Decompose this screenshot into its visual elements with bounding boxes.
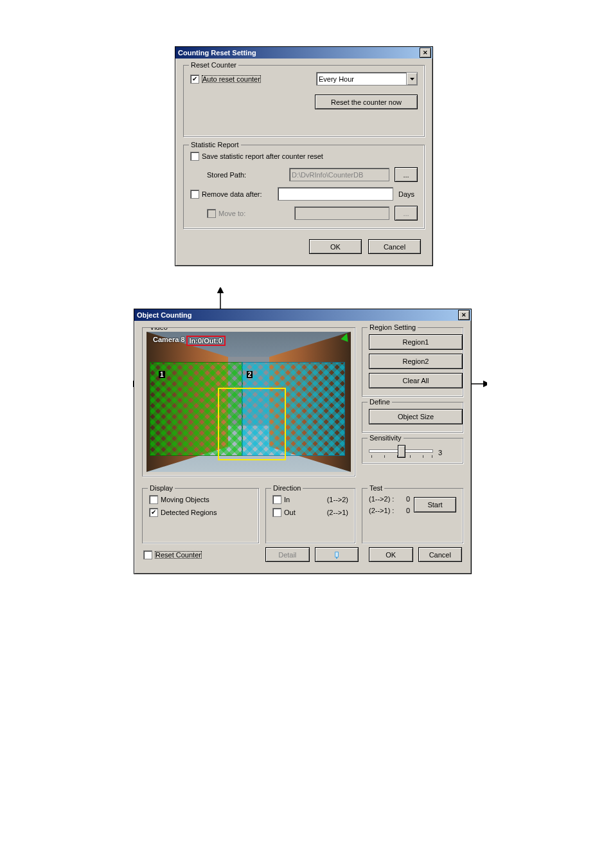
- direction-in-checkbox[interactable]: In: [272, 495, 290, 504]
- move-to-field: [294, 206, 389, 220]
- test-row1-value: 0: [406, 495, 410, 503]
- video-preview[interactable]: 1 2 Camera 8 In:0/Out:0: [147, 332, 351, 472]
- auto-reset-counter-label: Auto reset counter: [202, 75, 261, 83]
- region1-button[interactable]: Region1: [369, 334, 463, 350]
- checkbox-icon: [207, 209, 216, 218]
- titlebar[interactable]: Counting Reset Setting ✕: [175, 47, 432, 59]
- reset-interval-select[interactable]: Every Hour: [316, 72, 418, 86]
- close-icon[interactable]: ✕: [458, 310, 470, 320]
- stored-path-field: D:\DvRInfo\CounterDB: [289, 168, 389, 181]
- detected-regions-checkbox[interactable]: ✔ Detected Regions: [149, 508, 252, 517]
- region1-marker: 1: [159, 371, 165, 378]
- direction-out-arrow-label: (2-->1): [327, 509, 348, 516]
- group-legend: Sensitivity: [368, 434, 404, 442]
- dialog-title: Counting Reset Setting: [177, 49, 420, 57]
- group-legend: Statistic Report: [189, 141, 241, 149]
- dialog-title: Object Counting: [136, 311, 458, 319]
- checkbox-icon: [149, 495, 158, 504]
- move-to-label: Move to:: [218, 210, 245, 217]
- clear-all-button[interactable]: Clear All: [369, 373, 463, 388]
- save-report-label: Save statistic report after counter rese…: [202, 152, 323, 160]
- svg-marker-0: [410, 78, 414, 80]
- days-label: Days: [398, 190, 418, 198]
- moving-objects-label: Moving Objects: [161, 496, 209, 503]
- reset-counter-checkbox[interactable]: Reset Counter: [143, 550, 246, 559]
- group-legend: Video: [148, 327, 170, 331]
- reset-counter-label: Reset Counter: [155, 551, 202, 559]
- reset-counter-group: Reset Counter ✔ Auto reset counter Every…: [183, 65, 425, 137]
- reset-counter-now-button[interactable]: Reset the counter now: [315, 95, 418, 109]
- cancel-button[interactable]: Cancel: [418, 547, 463, 562]
- remove-data-label: Remove data after:: [202, 190, 262, 198]
- checkbox-icon: ✔: [190, 75, 199, 84]
- start-button[interactable]: Start: [414, 497, 456, 512]
- checkbox-icon: ✔: [149, 508, 158, 517]
- moving-objects-checkbox[interactable]: Moving Objects: [149, 495, 252, 504]
- group-legend: Region Setting: [368, 323, 418, 331]
- object-counting-dialog: Object Counting ✕ Video 1 2: [134, 309, 472, 574]
- region2-button[interactable]: Region2: [369, 354, 463, 369]
- auto-reset-counter-checkbox[interactable]: ✔ Auto reset counter: [190, 75, 261, 84]
- ok-button[interactable]: OK: [369, 547, 413, 562]
- camera-name-label: Camera 8: [152, 336, 186, 346]
- reset-interval-value: Every Hour: [317, 75, 406, 83]
- checkbox-icon: [190, 152, 199, 161]
- remove-data-days-field[interactable]: [278, 187, 393, 201]
- checkbox-icon: [190, 190, 199, 199]
- video-group: Video 1 2 Camera 8 In:0/Out:0: [142, 327, 355, 476]
- sensitivity-value: 3: [438, 449, 442, 457]
- checkbox-icon: [143, 550, 152, 559]
- save-report-checkbox[interactable]: Save statistic report after counter rese…: [190, 152, 418, 161]
- checkbox-icon: [272, 508, 281, 517]
- move-to-checkbox: Move to:: [190, 209, 289, 218]
- group-legend: Display: [148, 484, 175, 492]
- counting-reset-setting-dialog: Counting Reset Setting ✕ Reset Counter ✔…: [175, 46, 433, 266]
- direction-out-checkbox[interactable]: Out: [272, 508, 296, 517]
- direction-in-label: In: [284, 496, 290, 503]
- checkbox-icon: [272, 495, 281, 504]
- group-legend: Reset Counter: [189, 61, 238, 69]
- titlebar[interactable]: Object Counting ✕: [134, 309, 471, 321]
- stored-path-label: Stored Path:: [190, 171, 284, 179]
- test-row1-label: (1-->2) :: [369, 495, 394, 503]
- info-icon: [333, 550, 341, 559]
- region-setting-group: Region Setting Region1 Region2 Clear All: [362, 327, 463, 397]
- cancel-button[interactable]: Cancel: [368, 239, 421, 254]
- detected-regions-label: Detected Regions: [161, 509, 217, 516]
- group-legend: Define: [368, 398, 392, 406]
- direction-in-arrow-label: (1-->2): [327, 496, 348, 503]
- close-icon[interactable]: ✕: [420, 48, 431, 58]
- direction-group: Direction In (1-->2) Out (2-->1): [265, 488, 355, 543]
- svg-rect-5: [335, 552, 338, 557]
- chevron-down-icon: [406, 73, 417, 85]
- remove-data-checkbox[interactable]: Remove data after:: [190, 190, 272, 199]
- test-group: Test (1-->2) : 0 (2-->1) : 0 Start: [362, 488, 463, 543]
- define-group: Define Object Size: [362, 402, 463, 433]
- test-row2-value: 0: [406, 507, 410, 514]
- group-legend: Test: [368, 484, 384, 492]
- stored-path-browse-button[interactable]: ...: [395, 167, 418, 182]
- detail-button: Detail: [265, 547, 310, 562]
- group-legend: Direction: [271, 484, 303, 492]
- sensitivity-slider[interactable]: [369, 445, 433, 460]
- statistic-report-group: Statistic Report Save statistic report a…: [183, 145, 425, 229]
- test-row2-label: (2-->1) :: [369, 507, 394, 514]
- direction-out-label: Out: [284, 509, 296, 516]
- ok-button[interactable]: OK: [309, 239, 362, 254]
- move-to-browse-button: ...: [395, 206, 418, 221]
- object-size-button[interactable]: Object Size: [369, 409, 463, 424]
- object-size-box: [218, 388, 286, 460]
- display-group: Display Moving Objects ✔ Detected Region…: [142, 488, 259, 543]
- sensitivity-group: Sensitivity 3: [362, 438, 463, 464]
- region2-marker: 2: [247, 371, 253, 378]
- info-tool-button[interactable]: [315, 547, 359, 562]
- video-overlay-label: Camera 8 In:0/Out:0: [152, 336, 226, 346]
- in-out-counts-label: In:0/Out:0: [186, 336, 226, 346]
- svg-rect-6: [336, 557, 337, 559]
